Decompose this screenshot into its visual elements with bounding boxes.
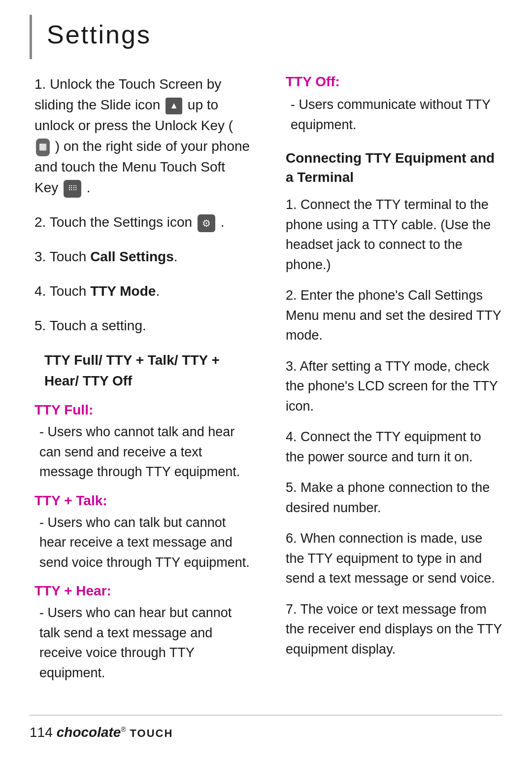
tty-mode-label: TTY Mode [90, 283, 156, 299]
step-5: 5. Touch a setting. [34, 315, 251, 336]
step-2: 2. Touch the Settings icon ⚙ . [34, 212, 251, 233]
page-container: Settings 1. Unlock the Touch Screen by s… [0, 0, 532, 765]
step-3: 3. Touch Call Settings. [34, 246, 251, 267]
brand-touch: TOUCH [130, 727, 173, 739]
tty-off-heading: TTY Off: [286, 74, 502, 90]
footer: 114 chocolate® TOUCH [30, 725, 173, 740]
connecting-step-6: 6. When connection is made, use the TTY … [286, 528, 502, 589]
connecting-step-7: 7. The voice or text message from the re… [286, 599, 502, 660]
connecting-step-5: 5. Make a phone connection to the desire… [286, 478, 502, 518]
footer-line [30, 715, 502, 716]
tty-hear-heading: TTY + Hear: [34, 583, 251, 599]
tty-talk-heading: TTY + Talk: [34, 493, 251, 509]
tty-full-heading: TTY Full: [34, 402, 251, 418]
slide-icon: ▲ [166, 98, 182, 114]
tty-mode-options: TTY Full/ TTY + Talk/ TTY + Hear/ TTY Of… [44, 350, 251, 391]
unlock-key-icon: ⬜ [36, 139, 50, 156]
brand-name: chocolate [57, 725, 121, 740]
footer-brand: chocolate® TOUCH [57, 725, 173, 740]
footer-page-number: 114 [30, 725, 53, 740]
connecting-heading: Connecting TTY Equipment and a Terminal [286, 148, 502, 187]
call-settings-label: Call Settings [90, 249, 174, 264]
left-column: 1. Unlock the Touch Screen by sliding th… [30, 74, 251, 683]
connecting-step-4: 4. Connect the TTY equipment to the powe… [286, 427, 502, 467]
tty-hear-desc: - Users who can hear but cannot talk sen… [39, 603, 251, 683]
page-title: Settings [39, 20, 502, 49]
tty-full-desc: - Users who cannot talk and hear can sen… [39, 422, 251, 482]
step-4: 4. Touch TTY Mode. [34, 281, 251, 302]
connecting-step-1: 1. Connect the TTY terminal to the phone… [286, 195, 502, 275]
step-1: 1. Unlock the Touch Screen by sliding th… [34, 74, 251, 198]
menu-soft-icon: ⠿⠿ [64, 180, 81, 198]
content-wrapper: 1. Unlock the Touch Screen by sliding th… [30, 74, 502, 683]
tty-talk-desc: - Users who can talk but cannot hear rec… [39, 513, 251, 573]
settings-icon: ⚙ [198, 214, 215, 232]
connecting-steps: 1. Connect the TTY terminal to the phone… [286, 195, 502, 659]
tty-off-desc: - Users communicate without TTY equipmen… [291, 95, 502, 135]
left-border-accent [30, 15, 32, 59]
connecting-step-2: 2. Enter the phone's Call Settings Menu … [286, 285, 502, 346]
connecting-step-3: 3. After setting a TTY mode, check the p… [286, 356, 502, 417]
right-column: TTY Off: - Users communicate without TTY… [281, 74, 502, 683]
